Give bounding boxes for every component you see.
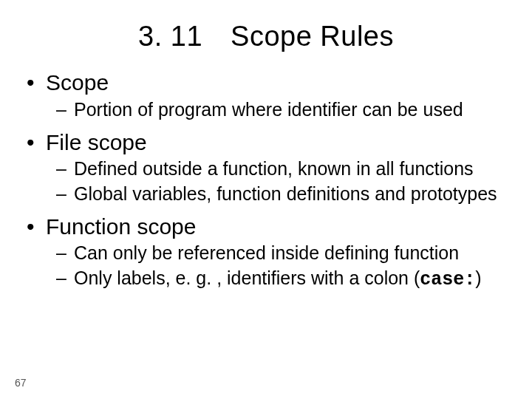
sub-list: –Can only be referenced inside defining …	[56, 242, 505, 291]
item-label: Scope	[46, 69, 109, 97]
list-item: •File scope –Defined outside a function,…	[27, 129, 505, 205]
sub-text: Defined outside a function, known in all…	[74, 157, 505, 180]
dash-icon: –	[56, 242, 74, 265]
sub-text: Can only be referenced inside defining f…	[74, 242, 505, 265]
bullet-icon: •	[27, 69, 46, 97]
item-label: Function scope	[46, 213, 196, 241]
sub-item: –Defined outside a function, known in al…	[56, 157, 505, 180]
bullet-icon: •	[27, 129, 46, 157]
dash-icon: –	[56, 183, 74, 205]
sub-item: –Only labels, e. g. , identifiers with a…	[56, 267, 505, 291]
dash-icon: –	[56, 157, 74, 180]
sub-item: –Can only be referenced inside defining …	[56, 242, 505, 265]
dash-icon: –	[56, 98, 74, 121]
sub-list: –Portion of program where identifier can…	[56, 98, 505, 121]
bullet-list: •Scope –Portion of program where identif…	[27, 69, 505, 291]
sub-item: –Global variables, function definitions …	[56, 183, 505, 205]
sub-text: Global variables, function definitions a…	[74, 183, 505, 205]
sub-item: –Portion of program where identifier can…	[56, 98, 505, 121]
slide-body: •Scope –Portion of program where identif…	[0, 69, 532, 291]
sub-list: –Defined outside a function, known in al…	[56, 157, 505, 205]
slide-title: 3. 11Scope Rules	[0, 0, 532, 69]
page-number: 67	[15, 377, 27, 389]
title-text: Scope Rules	[231, 21, 394, 52]
title-number: 3. 11	[138, 21, 202, 52]
slide: 3. 11Scope Rules •Scope –Portion of prog…	[0, 0, 532, 399]
dash-icon: –	[56, 267, 74, 291]
list-item: •Function scope –Can only be referenced …	[27, 213, 505, 291]
list-item: •Scope –Portion of program where identif…	[27, 69, 505, 121]
sub-text: Portion of program where identifier can …	[74, 98, 505, 121]
item-label: File scope	[46, 129, 147, 157]
bullet-icon: •	[27, 213, 46, 241]
sub-text: Only labels, e. g. , identifiers with a …	[74, 267, 505, 291]
